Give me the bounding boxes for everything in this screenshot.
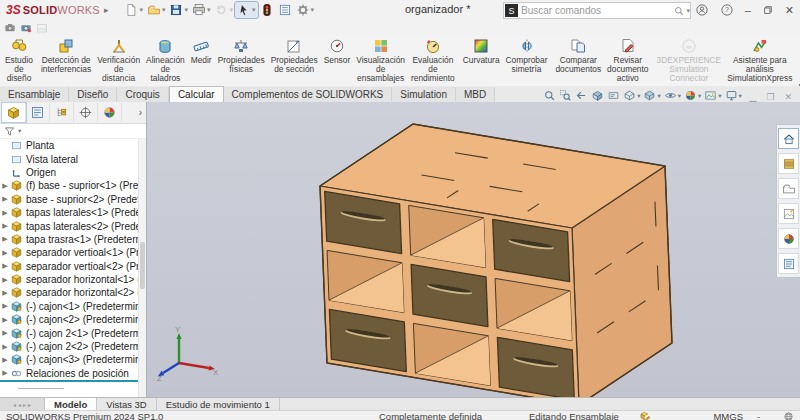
- rebuild-button[interactable]: [258, 2, 276, 18]
- expand-arrow-icon[interactable]: ▶: [0, 343, 10, 351]
- ribbon-button-floxpress[interactable]: Asistente para análisis FloXpress: [795, 35, 800, 86]
- close-button[interactable]: ✕: [785, 4, 794, 17]
- tree-item[interactable]: ▶tapa trasra<1> (Predeterminado): [0, 233, 139, 246]
- tree-item[interactable]: ▶base - suprior<2> (Predetermina: [0, 193, 139, 206]
- panel-expand-arrow[interactable]: ›: [139, 107, 142, 118]
- ribbon-button-hole-alignment[interactable]: Alineación de taladros: [143, 35, 188, 86]
- expand-arrow-icon[interactable]: ▶: [0, 316, 10, 324]
- ribbon-button-measure[interactable]: Medir: [188, 35, 215, 86]
- panel-splitter-handle[interactable]: [18, 388, 64, 389]
- camera-icon[interactable]: [4, 22, 16, 34]
- dropdown-caret-icon[interactable]: ▾: [657, 92, 660, 100]
- tree-item[interactable]: ▶Relaciones de posición: [0, 367, 139, 382]
- dropdown-caret-icon[interactable]: ▾: [139, 6, 143, 14]
- dimxpertmanager-tab-icon[interactable]: [74, 103, 98, 122]
- dropdown-caret-icon[interactable]: ▾: [739, 92, 742, 100]
- dropdown-caret-icon[interactable]: ▾: [252, 6, 256, 14]
- expand-arrow-icon[interactable]: ▶: [0, 249, 10, 257]
- ribbon-button-mass-properties[interactable]: Propiedades físicas: [215, 35, 268, 86]
- expand-arrow-icon[interactable]: ▶: [0, 302, 10, 310]
- ribbon-button-simulationxpress[interactable]: Asistente para análisis SimulationXpress: [724, 35, 795, 86]
- ribbon-button-performance-evaluation[interactable]: Evaluación de rendimiento: [408, 35, 458, 86]
- tab-simulation[interactable]: Simulation: [392, 87, 456, 102]
- tree-item[interactable]: ▶(f) base - suprior<1> (Predetermi: [0, 179, 139, 192]
- help-icon[interactable]: ?: [720, 3, 734, 17]
- ribbon-button-clearance-verification[interactable]: Verificación de distancia: [94, 35, 143, 86]
- filter-caret-icon[interactable]: ▾: [18, 127, 21, 135]
- menu-expand-caret[interactable]: ▸: [104, 5, 109, 15]
- gear-button[interactable]: ▾: [294, 2, 317, 18]
- search-icon[interactable]: [673, 5, 685, 17]
- ribbon-button-curvature[interactable]: Curvatura: [460, 35, 503, 86]
- expand-arrow-icon[interactable]: ▶: [0, 182, 10, 190]
- zoom-area-icon[interactable]: [559, 89, 572, 102]
- display-style-icon[interactable]: ▾: [643, 89, 660, 102]
- search-input[interactable]: Buscar comandos: [521, 5, 673, 16]
- doc-minimize-button[interactable]: ▁: [749, 92, 756, 102]
- undo-button[interactable]: ▾: [212, 2, 235, 18]
- apply-scene-icon[interactable]: ▾: [704, 89, 721, 102]
- filter-funnel-icon[interactable]: [3, 125, 16, 138]
- tree-item[interactable]: Origen: [0, 166, 139, 179]
- doc-restore-button[interactable]: ❐: [766, 92, 774, 102]
- view-settings-icon[interactable]: ▾: [725, 89, 742, 102]
- minimize-button[interactable]: –: [745, 4, 751, 16]
- tree-item[interactable]: ▶separador vertioal<1> (Predeterm: [0, 246, 139, 259]
- dropdown-caret-icon[interactable]: ▾: [184, 6, 188, 14]
- tree-item[interactable]: ▶tapas laterales<2> (Predetermina: [0, 219, 139, 232]
- ribbon-button-assembly-visualization[interactable]: Visualización de ensamblajes: [353, 35, 408, 86]
- open-folder-button[interactable]: ▾: [145, 2, 168, 18]
- tree-item[interactable]: ▶separador horizontal<2> (Predet: [0, 286, 139, 299]
- ribbon-button-interference-detection[interactable]: Detección de interferencias: [38, 35, 94, 86]
- ribbon-button-check-symmetry[interactable]: Comprobar simetría: [503, 35, 551, 86]
- tab-complementos-de-solidworks[interactable]: Complementos de SOLIDWORKS: [224, 87, 393, 102]
- configurationmanager-tab-icon[interactable]: [50, 103, 74, 122]
- expand-arrow-icon[interactable]: ▶: [0, 356, 10, 364]
- expand-arrow-icon[interactable]: ▶: [0, 235, 10, 243]
- new-doc-button[interactable]: ▾: [122, 2, 145, 18]
- select-cursor-button[interactable]: ▾: [235, 2, 258, 18]
- image-icon[interactable]: [36, 22, 48, 34]
- ribbon-button-design-study[interactable]: Estudio de diseño▾: [2, 35, 36, 86]
- ribbon-button-compare-documents[interactable]: Comparar documentos: [552, 35, 604, 86]
- tree-item[interactable]: ▶(-) cajon<2> (Predeterminado) <: [0, 313, 139, 326]
- globe-icon[interactable]: [783, 411, 794, 420]
- featuremanager-tab-icon[interactable]: [2, 103, 26, 122]
- tree-item[interactable]: ▶(-) cajon<3> (Predeterminado) <: [0, 353, 139, 366]
- tree-item[interactable]: ▶tapas laterales<1> (Predetermina: [0, 206, 139, 219]
- dropdown-caret-icon[interactable]: ▾: [637, 92, 640, 100]
- zoom-fit-icon[interactable]: [543, 89, 556, 102]
- expand-arrow-icon[interactable]: ▶: [0, 369, 10, 377]
- tree-item[interactable]: ▶separador vertioal<2> (Predeterm: [0, 260, 139, 273]
- units-caret[interactable]: -: [757, 411, 783, 420]
- expand-arrow-icon[interactable]: ▶: [0, 262, 10, 270]
- annotation-views-icon[interactable]: [607, 89, 620, 102]
- tree-item[interactable]: Vista lateral: [0, 152, 139, 165]
- expand-arrow-icon[interactable]: ▶: [0, 195, 10, 203]
- section-view-icon[interactable]: [591, 89, 604, 102]
- taskpane-file-explorer-icon[interactable]: [778, 178, 799, 199]
- taskpane-design-library-icon[interactable]: [778, 153, 799, 174]
- tab-dise-o[interactable]: Diseño: [69, 87, 117, 102]
- taskpane-custom-properties-icon[interactable]: [778, 253, 799, 274]
- dropdown-caret-icon[interactable]: ▾: [698, 92, 701, 100]
- hide-show-items-icon[interactable]: ▾: [664, 89, 681, 102]
- dropdown-caret-icon[interactable]: ▾: [678, 92, 681, 100]
- tab-calcular[interactable]: Calcular: [169, 86, 224, 102]
- restore-button[interactable]: [762, 4, 774, 16]
- expand-arrow-icon[interactable]: ▶: [0, 276, 10, 284]
- expand-arrow-icon[interactable]: ▶: [0, 329, 10, 337]
- doc-close-button[interactable]: ✕: [784, 92, 792, 102]
- expand-arrow-icon[interactable]: ▶: [0, 289, 10, 297]
- record-camera-icon[interactable]: [20, 22, 32, 34]
- dropdown-caret-icon[interactable]: ▾: [162, 6, 166, 14]
- graphics-viewport[interactable]: YXZ: [147, 102, 800, 397]
- options-list-button[interactable]: [276, 2, 294, 18]
- ribbon-button-review-active-document[interactable]: Revisar documento activo▾: [604, 35, 651, 86]
- search-caret-icon[interactable]: ▾: [686, 7, 690, 15]
- previous-view-icon[interactable]: [575, 89, 588, 102]
- panel-scrollbar[interactable]: [138, 139, 146, 397]
- tree-item[interactable]: ▶(-) cajon<1> (Predeterminado) <: [0, 300, 139, 313]
- tree-item[interactable]: ▶(-) cajon 2<1> (Predeterminado): [0, 326, 139, 339]
- units-indicator[interactable]: MMGS: [691, 411, 743, 420]
